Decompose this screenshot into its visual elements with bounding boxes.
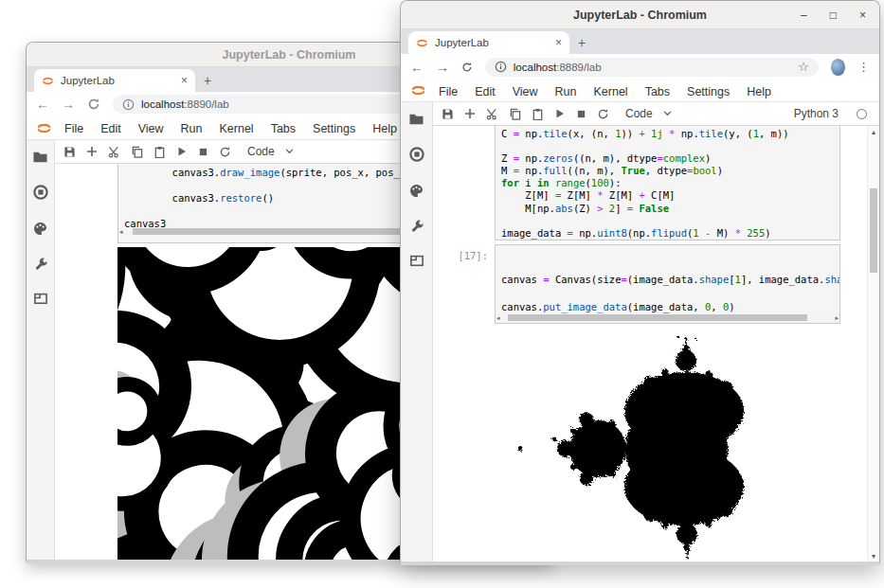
close-button[interactable]: × [859,9,866,22]
hscroll-left-icon[interactable]: ◂ [496,314,500,321]
canvas-code-cell[interactable]: canvas = Canvas(size=(image_data.shape[1… [495,244,840,324]
file-browser-icon[interactable] [32,150,48,164]
front-tabstrip: JupyterLab × + [401,29,879,54]
add-cell-icon[interactable] [464,108,476,119]
front-menu-items: FileEditViewRunKernelTabsSettingsHelp [430,82,780,99]
url-path: :8889/lab [556,62,601,73]
menu-settings[interactable]: Settings [678,85,738,98]
kernel-status-icon[interactable] [857,109,867,119]
url-host: localhost [141,98,184,110]
command-palette-icon[interactable] [408,183,424,199]
stop-icon[interactable] [576,109,586,119]
menu-file[interactable]: File [430,85,466,98]
save-icon[interactable] [63,146,76,158]
vscroll-thumb[interactable] [870,188,877,273]
command-palette-icon[interactable] [32,221,48,237]
hscroll-right-icon[interactable]: ▸ [835,314,839,321]
info-icon[interactable] [122,98,135,111]
menu-view[interactable]: View [130,122,172,135]
chevron-down-icon[interactable] [285,149,294,154]
menu-help[interactable]: Help [738,85,780,98]
stop-icon[interactable] [198,147,208,157]
reload-icon[interactable] [87,98,100,111]
cut-icon[interactable] [486,108,498,120]
chevron-down-icon[interactable] [663,111,672,116]
save-icon[interactable] [442,108,454,120]
run-icon[interactable] [554,108,566,119]
back-arrow-icon[interactable]: ← [410,61,424,74]
tab-close-icon[interactable]: × [555,36,562,49]
info-icon[interactable] [495,61,507,73]
front-notebook-toolbar: Code Python 3 [433,102,879,126]
tab-title: JupyterLab [435,37,549,48]
mandelbrot-canvas-output [433,333,847,561]
front-lab-body: Code Python 3 C = np.tile(x, (n, 1)) + 1… [401,102,879,561]
cell-execution-prompt: [17]: [441,250,488,261]
menu-kernel[interactable]: Kernel [211,122,262,135]
menu-tabs[interactable]: Tabs [262,122,304,135]
property-inspector-icon[interactable] [409,219,424,234]
cell-type-dropdown[interactable]: Code [625,107,653,120]
kernel-name[interactable]: Python 3 [794,107,839,120]
copy-icon[interactable] [509,108,521,120]
reload-icon[interactable] [461,61,473,74]
paste-icon[interactable] [153,146,166,158]
front-cell-hscrollbar[interactable]: ◂ ▸ [496,313,839,322]
browser-menu-icon[interactable]: ⋮ [857,60,870,74]
open-tabs-icon[interactable] [409,254,424,267]
menu-edit[interactable]: Edit [466,85,504,98]
front-notebook-scroll[interactable]: C = np.tile(x, (n, 1)) + 1j * np.tile(y,… [433,126,867,561]
back-left-sidebar [27,140,55,560]
file-browser-icon[interactable] [408,112,424,126]
restart-kernel-icon[interactable] [219,146,231,158]
front-notebook-vscrollbar[interactable]: ▴ ▾ [867,126,879,561]
tab-close-icon[interactable]: × [181,74,188,87]
menu-run[interactable]: Run [172,122,211,135]
restart-kernel-icon[interactable] [597,108,609,120]
new-tab-button[interactable]: + [195,69,220,92]
property-inspector-icon[interactable] [33,257,48,272]
jupyter-logo [410,84,426,97]
profile-avatar[interactable] [831,59,845,76]
menu-run[interactable]: Run [547,85,586,98]
copy-icon[interactable] [131,146,143,158]
url-host: localhost [514,62,556,73]
bookmark-star-icon[interactable]: ☆ [798,60,809,74]
cell-type-dropdown[interactable]: Code [247,145,275,158]
url-path: :8890/lab [184,98,228,110]
forward-arrow-icon[interactable]: → [62,98,75,111]
forward-arrow-icon[interactable]: → [436,61,449,74]
tab-title: JupyterLab [61,75,174,86]
front-browser-tab[interactable]: JupyterLab × [408,31,569,54]
front-titlebar[interactable]: JupyterLab - Chromium – □ × [401,1,879,29]
window-controls: – □ × [801,1,866,28]
back-browser-tab[interactable]: JupyterLab × [34,69,195,92]
minimize-button[interactable]: – [801,9,807,22]
menu-tabs[interactable]: Tabs [637,85,678,98]
front-window-title: JupyterLab - Chromium [573,9,707,22]
back-arrow-icon[interactable]: ← [36,98,49,111]
open-tabs-icon[interactable] [33,292,48,305]
address-bar[interactable]: localhost:8889/lab ☆ [485,58,819,77]
run-icon[interactable] [176,146,188,157]
cut-icon[interactable] [108,146,120,158]
menu-view[interactable]: View [504,85,547,98]
new-tab-button[interactable]: + [569,31,594,54]
add-cell-icon[interactable] [86,146,98,157]
running-kernels-icon[interactable] [408,146,425,163]
front-browser-window: JupyterLab - Chromium – □ × JupyterLab ×… [400,0,880,565]
running-kernels-icon[interactable] [32,184,49,201]
vscroll-up-icon[interactable]: ▴ [868,126,879,137]
menu-file[interactable]: File [56,122,92,135]
paste-icon[interactable] [532,108,544,120]
back-window-title: JupyterLab - Chromium [223,48,356,62]
menu-kernel[interactable]: Kernel [586,85,637,98]
vscroll-down-icon[interactable]: ▾ [868,550,879,561]
menu-edit[interactable]: Edit [92,122,130,135]
mandelbrot-code-cell[interactable]: C = np.tile(x, (n, 1)) + 1j * np.tile(y,… [495,126,840,241]
hscroll-left-icon[interactable]: ◂ [119,228,123,235]
menu-settings[interactable]: Settings [304,122,364,135]
maximize-button[interactable]: □ [830,9,837,22]
address-bar[interactable]: localhost:8890/lab [113,95,425,114]
front-url-row: ← → localhost:8889/lab ☆ ⋮ [401,54,879,80]
